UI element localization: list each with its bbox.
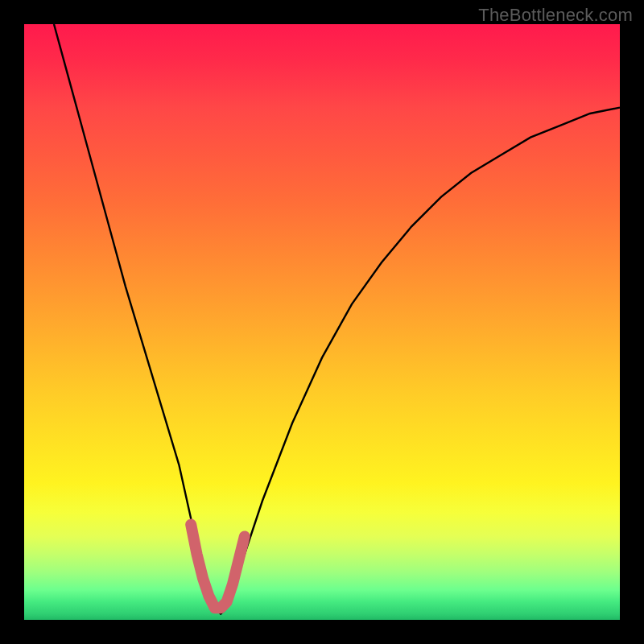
chart-plot-area [24,24,620,620]
bottleneck-curve [54,24,620,614]
watermark-text: TheBottleneck.com [478,5,633,26]
chart-curve-layer [24,24,620,620]
optimal-marker [191,525,245,609]
